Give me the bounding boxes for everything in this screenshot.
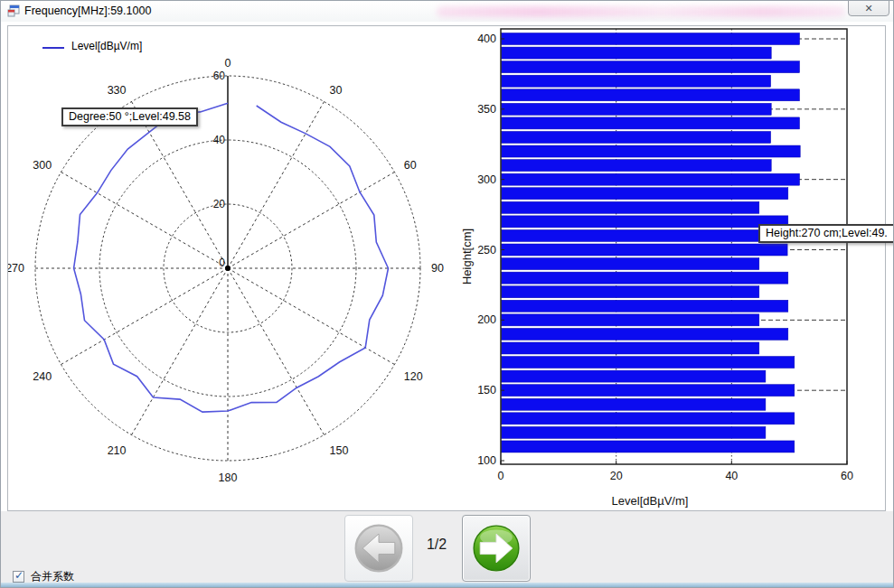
svg-text:Level[dBµV/m]: Level[dBµV/m]: [612, 494, 689, 508]
svg-text:20: 20: [610, 470, 623, 482]
svg-text:400: 400: [477, 33, 496, 45]
svg-text:30: 30: [330, 84, 343, 97]
svg-text:180: 180: [219, 471, 238, 484]
svg-text:250: 250: [477, 244, 496, 257]
checkmark-icon: ✓: [14, 569, 24, 582]
close-icon: ✕: [864, 3, 872, 14]
watermark-artifact: [437, 6, 845, 17]
svg-text:Height[cm]: Height[cm]: [460, 229, 474, 285]
svg-text:0: 0: [225, 57, 231, 70]
legend-label: Level[dBµV/m]: [71, 40, 142, 52]
polar-chart[interactable]: 03060901201501802102402703003300204060: [8, 26, 460, 512]
svg-text:60: 60: [841, 470, 853, 482]
svg-text:60: 60: [213, 70, 226, 82]
svg-text:60: 60: [404, 159, 417, 172]
forward-button[interactable]: [462, 515, 531, 582]
svg-text:150: 150: [330, 444, 349, 457]
back-arrow-icon: [352, 521, 406, 575]
svg-text:0: 0: [498, 470, 504, 482]
bottom-bar: 1/2 ✓ 合并系数: [1, 511, 893, 584]
svg-text:300: 300: [477, 173, 496, 186]
svg-text:40: 40: [725, 470, 738, 482]
bar-chart[interactable]: 1001502002503003504000204060Level[dBµV/m…: [460, 26, 887, 512]
polar-tooltip: Degree:50 °;Level:49.58: [61, 107, 198, 126]
svg-text:90: 90: [431, 262, 444, 275]
svg-text:330: 330: [108, 84, 127, 97]
svg-text:20: 20: [213, 198, 226, 210]
svg-text:120: 120: [404, 370, 423, 383]
back-button[interactable]: [344, 515, 413, 582]
svg-text:150: 150: [477, 384, 496, 397]
window-bottom-border: [1, 583, 893, 587]
bar-tooltip: Height:270 cm;Level:49.: [758, 224, 894, 243]
close-button[interactable]: ✕: [848, 0, 889, 16]
svg-text:0: 0: [219, 257, 225, 269]
svg-text:40: 40: [213, 134, 226, 146]
titlebar: Frequency[MHz]:59.1000 ✕: [1, 1, 893, 22]
svg-text:200: 200: [477, 313, 496, 326]
chart-panel: 03060901201501802102402703003300204060 1…: [7, 25, 886, 511]
svg-text:300: 300: [33, 159, 52, 172]
svg-text:100: 100: [477, 454, 496, 467]
window-title: Frequency[MHz]:59.1000: [24, 5, 151, 17]
svg-text:270: 270: [8, 262, 24, 275]
svg-text:210: 210: [108, 444, 127, 457]
merge-coefficient-checkbox[interactable]: ✓: [13, 571, 24, 583]
page-indicator: 1/2: [413, 537, 460, 553]
svg-text:350: 350: [477, 103, 496, 116]
frequency-window: Frequency[MHz]:59.1000 ✕ 030609012015018…: [0, 0, 894, 588]
legend-line-swatch: [42, 47, 64, 49]
forward-arrow-icon: [469, 521, 523, 575]
app-icon: [7, 5, 20, 17]
svg-text:240: 240: [33, 370, 52, 383]
